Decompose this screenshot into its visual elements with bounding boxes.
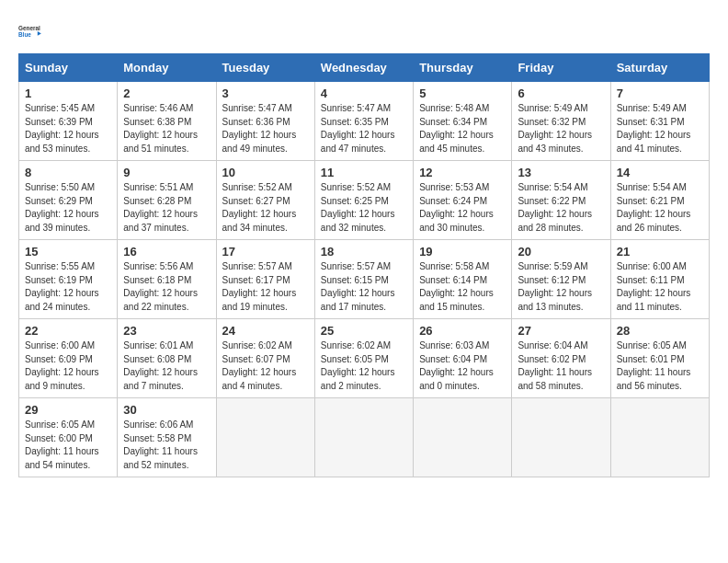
day-info: Sunrise: 6:00 AMSunset: 6:11 PMDaylight:… [617,260,703,314]
day-info: Sunrise: 6:01 AMSunset: 6:08 PMDaylight:… [123,339,210,393]
weekday-header-sunday: Sunday [19,54,118,82]
day-info: Sunrise: 6:02 AMSunset: 6:05 PMDaylight:… [321,339,407,393]
calendar-week-5: 29Sunrise: 6:05 AMSunset: 6:00 PMDayligh… [19,398,710,477]
calendar-cell-day-4: 4Sunrise: 5:47 AMSunset: 6:35 PMDaylight… [314,82,413,161]
calendar-cell-day-24: 24Sunrise: 6:02 AMSunset: 6:07 PMDayligh… [216,319,314,398]
calendar-cell-day-10: 10Sunrise: 5:52 AMSunset: 6:27 PMDayligh… [216,161,314,240]
day-number: 25 [321,324,407,338]
calendar-cell-day-2: 2Sunrise: 5:46 AMSunset: 6:38 PMDaylight… [118,82,216,161]
calendar-cell-empty [314,398,413,477]
day-number: 14 [617,166,703,179]
day-number: 15 [25,245,111,259]
day-info: Sunrise: 5:57 AMSunset: 6:17 PMDaylight:… [222,260,309,314]
calendar-cell-day-25: 25Sunrise: 6:02 AMSunset: 6:05 PMDayligh… [314,319,413,398]
day-number: 8 [25,166,111,179]
day-number: 28 [617,324,703,338]
day-info: Sunrise: 5:45 AMSunset: 6:39 PMDaylight:… [25,102,111,155]
day-info: Sunrise: 5:47 AMSunset: 6:36 PMDaylight:… [222,102,309,155]
day-number: 9 [123,166,210,179]
calendar-cell-day-15: 15Sunrise: 5:55 AMSunset: 6:19 PMDayligh… [19,240,118,319]
day-info: Sunrise: 5:58 AMSunset: 6:14 PMDaylight:… [419,260,506,314]
svg-marker-2 [38,31,41,36]
day-info: Sunrise: 6:05 AMSunset: 6:01 PMDaylight:… [617,339,703,393]
weekday-header-friday: Friday [512,54,610,82]
calendar-cell-day-26: 26Sunrise: 6:03 AMSunset: 6:04 PMDayligh… [414,319,512,398]
calendar-cell-day-18: 18Sunrise: 5:57 AMSunset: 6:15 PMDayligh… [314,240,413,319]
day-number: 18 [321,245,407,259]
day-info: Sunrise: 5:59 AMSunset: 6:12 PMDaylight:… [518,260,604,314]
calendar-cell-empty [414,398,512,477]
day-info: Sunrise: 5:47 AMSunset: 6:35 PMDaylight:… [321,102,407,155]
day-info: Sunrise: 5:49 AMSunset: 6:31 PMDaylight:… [617,102,703,155]
day-info: Sunrise: 6:03 AMSunset: 6:04 PMDaylight:… [419,339,506,393]
calendar-week-3: 15Sunrise: 5:55 AMSunset: 6:19 PMDayligh… [19,240,710,319]
calendar-cell-day-5: 5Sunrise: 5:48 AMSunset: 6:34 PMDaylight… [414,82,512,161]
weekday-header-row: SundayMondayTuesdayWednesdayThursdayFrid… [19,54,710,82]
calendar-cell-empty [610,398,709,477]
calendar-cell-day-20: 20Sunrise: 5:59 AMSunset: 6:12 PMDayligh… [512,240,610,319]
day-number: 26 [419,324,506,338]
day-number: 2 [123,86,210,100]
calendar-cell-day-22: 22Sunrise: 6:00 AMSunset: 6:09 PMDayligh… [19,319,118,398]
day-info: Sunrise: 6:02 AMSunset: 6:07 PMDaylight:… [222,339,309,393]
day-info: Sunrise: 6:05 AMSunset: 6:00 PMDaylight:… [25,419,111,472]
calendar-cell-day-30: 30Sunrise: 6:06 AMSunset: 5:58 PMDayligh… [118,398,216,477]
day-number: 11 [321,166,407,179]
day-info: Sunrise: 5:53 AMSunset: 6:24 PMDaylight:… [419,181,506,235]
weekday-header-wednesday: Wednesday [314,54,413,82]
day-info: Sunrise: 6:04 AMSunset: 6:02 PMDaylight:… [518,339,604,393]
svg-text:Blue: Blue [18,31,31,38]
calendar-week-4: 22Sunrise: 6:00 AMSunset: 6:09 PMDayligh… [19,319,710,398]
day-info: Sunrise: 5:55 AMSunset: 6:19 PMDaylight:… [25,260,111,314]
day-number: 23 [123,324,210,338]
day-number: 6 [518,86,604,100]
day-info: Sunrise: 5:51 AMSunset: 6:28 PMDaylight:… [123,181,210,235]
day-number: 30 [123,403,210,417]
calendar-cell-day-21: 21Sunrise: 6:00 AMSunset: 6:11 PMDayligh… [610,240,709,319]
calendar-cell-day-13: 13Sunrise: 5:54 AMSunset: 6:22 PMDayligh… [512,161,610,240]
calendar-cell-day-11: 11Sunrise: 5:52 AMSunset: 6:25 PMDayligh… [314,161,413,240]
weekday-header-saturday: Saturday [610,54,709,82]
calendar-cell-day-3: 3Sunrise: 5:47 AMSunset: 6:36 PMDaylight… [216,82,314,161]
day-number: 29 [25,403,111,417]
weekday-header-tuesday: Tuesday [216,54,314,82]
day-info: Sunrise: 6:06 AMSunset: 5:58 PMDaylight:… [123,419,210,472]
calendar-cell-day-8: 8Sunrise: 5:50 AMSunset: 6:29 PMDaylight… [19,161,118,240]
calendar-table: SundayMondayTuesdayWednesdayThursdayFrid… [18,53,710,477]
day-number: 19 [419,245,506,259]
calendar-cell-day-28: 28Sunrise: 6:05 AMSunset: 6:01 PMDayligh… [610,319,709,398]
day-number: 16 [123,245,210,259]
calendar-cell-empty [512,398,610,477]
day-number: 12 [419,166,506,179]
day-info: Sunrise: 5:57 AMSunset: 6:15 PMDaylight:… [321,260,407,314]
day-info: Sunrise: 6:00 AMSunset: 6:09 PMDaylight:… [25,339,111,393]
day-info: Sunrise: 5:48 AMSunset: 6:34 PMDaylight:… [419,102,506,155]
day-number: 24 [222,324,309,338]
day-number: 3 [222,86,309,100]
calendar-cell-empty [216,398,314,477]
calendar-cell-day-9: 9Sunrise: 5:51 AMSunset: 6:28 PMDaylight… [118,161,216,240]
calendar-cell-day-6: 6Sunrise: 5:49 AMSunset: 6:32 PMDaylight… [512,82,610,161]
calendar-cell-day-1: 1Sunrise: 5:45 AMSunset: 6:39 PMDaylight… [19,82,118,161]
day-number: 22 [25,324,111,338]
day-info: Sunrise: 5:49 AMSunset: 6:32 PMDaylight:… [518,102,604,155]
day-number: 27 [518,324,604,338]
calendar-cell-day-19: 19Sunrise: 5:58 AMSunset: 6:14 PMDayligh… [414,240,512,319]
day-info: Sunrise: 5:56 AMSunset: 6:18 PMDaylight:… [123,260,210,314]
logo: GeneralBlue [18,18,44,44]
day-info: Sunrise: 5:46 AMSunset: 6:38 PMDaylight:… [123,102,210,155]
day-info: Sunrise: 5:54 AMSunset: 6:22 PMDaylight:… [518,181,604,235]
calendar-cell-day-17: 17Sunrise: 5:57 AMSunset: 6:17 PMDayligh… [216,240,314,319]
day-number: 4 [321,86,407,100]
calendar-week-1: 1Sunrise: 5:45 AMSunset: 6:39 PMDaylight… [19,82,710,161]
day-number: 17 [222,245,309,259]
day-number: 10 [222,166,309,179]
logo-icon: GeneralBlue [18,18,44,44]
day-number: 5 [419,86,506,100]
calendar-cell-day-14: 14Sunrise: 5:54 AMSunset: 6:21 PMDayligh… [610,161,709,240]
calendar-week-2: 8Sunrise: 5:50 AMSunset: 6:29 PMDaylight… [19,161,710,240]
calendar-cell-day-7: 7Sunrise: 5:49 AMSunset: 6:31 PMDaylight… [610,82,709,161]
day-number: 13 [518,166,604,179]
calendar-cell-day-16: 16Sunrise: 5:56 AMSunset: 6:18 PMDayligh… [118,240,216,319]
weekday-header-monday: Monday [118,54,216,82]
